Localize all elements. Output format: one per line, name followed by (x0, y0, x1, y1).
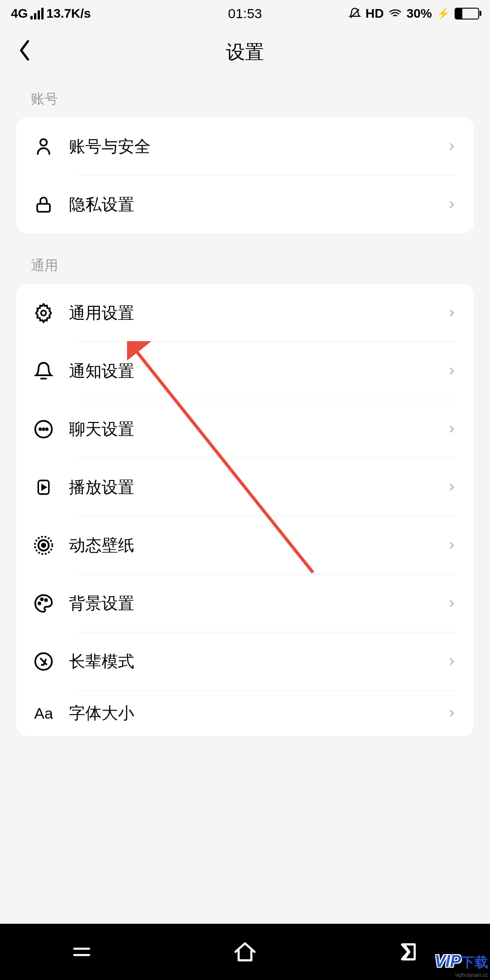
item-label: 通用设置 (69, 302, 446, 324)
signal-icon (30, 8, 44, 20)
item-background[interactable]: 背景设置 (16, 574, 474, 632)
wallpaper-icon (33, 534, 54, 556)
svg-point-6 (46, 428, 48, 430)
chevron-right-icon (446, 597, 457, 610)
lock-icon (33, 194, 54, 216)
item-elder-mode[interactable]: 长辈模式 (16, 632, 474, 691)
chevron-right-icon (446, 655, 457, 668)
nav-back-icon[interactable] (396, 939, 421, 965)
item-playback[interactable]: 播放设置 (16, 458, 474, 516)
item-font-size[interactable]: Aa 字体大小 (16, 691, 474, 736)
header: 设置 (0, 27, 490, 77)
person-icon (33, 136, 54, 157)
status-time: 01:53 (228, 6, 262, 21)
watermark-brand: VIP (435, 952, 461, 971)
status-left: 4G 13.7K/s (11, 6, 91, 21)
item-label: 长辈模式 (69, 651, 446, 673)
item-privacy[interactable]: 隐私设置 (16, 176, 474, 234)
item-chat[interactable]: 聊天设置 (16, 400, 474, 458)
chevron-right-icon (446, 140, 457, 153)
font-icon: Aa (33, 702, 54, 724)
svg-marker-8 (42, 485, 46, 490)
card-general: 通用设置 通知设置 聊天设置 播放设置 动态壁纸 背景设置 (16, 284, 474, 736)
svg-point-11 (42, 544, 45, 547)
item-wallpaper[interactable]: 动态壁纸 (16, 516, 474, 574)
item-label: 通知设置 (69, 360, 446, 382)
accessibility-icon (33, 651, 54, 672)
watermark: VIP下载 viphuiyuan.cc (435, 952, 488, 978)
watermark-url: viphuiyuan.cc (435, 972, 488, 978)
palette-icon (33, 593, 54, 614)
item-label: 播放设置 (69, 476, 446, 499)
svg-point-14 (45, 599, 47, 601)
bell-icon (33, 360, 54, 382)
svg-point-5 (43, 428, 44, 430)
item-notifications[interactable]: 通知设置 (16, 342, 474, 400)
watermark-text: 下载 (461, 955, 488, 970)
item-label: 聊天设置 (69, 418, 446, 441)
svg-point-4 (39, 428, 41, 430)
item-label: 隐私设置 (69, 194, 446, 216)
battery-icon (455, 8, 479, 20)
chevron-right-icon (446, 306, 457, 320)
item-label: 动态壁纸 (69, 534, 446, 557)
mute-icon (348, 7, 361, 20)
status-right: HD 30% ⚡ (348, 6, 480, 21)
item-account-security[interactable]: 账号与安全 (16, 118, 474, 176)
nav-bar (0, 924, 490, 980)
svg-point-13 (41, 598, 43, 600)
network-type: 4G (11, 6, 28, 21)
chat-icon (33, 418, 54, 440)
item-label: 背景设置 (69, 593, 446, 615)
chevron-right-icon (446, 422, 457, 436)
svg-point-12 (39, 603, 40, 604)
back-button[interactable] (16, 39, 33, 65)
page-title: 设置 (226, 39, 264, 65)
card-account: 账号与安全 隐私设置 (16, 118, 474, 234)
wifi-icon (388, 7, 402, 20)
section-header-general: 通用 (0, 234, 490, 284)
chevron-right-icon (446, 706, 457, 720)
chevron-right-icon (446, 198, 457, 211)
chevron-right-icon (446, 480, 457, 494)
status-bar: 4G 13.7K/s 01:53 HD 30% ⚡ (0, 0, 490, 27)
play-icon (33, 476, 54, 498)
item-general-settings[interactable]: 通用设置 (16, 284, 474, 342)
nav-home-icon[interactable] (232, 939, 258, 965)
network-speed: 13.7K/s (46, 6, 91, 21)
svg-rect-1 (37, 204, 50, 212)
chevron-right-icon (446, 539, 457, 552)
svg-point-2 (41, 311, 46, 316)
svg-point-0 (40, 139, 47, 146)
chevron-right-icon (446, 364, 457, 378)
charge-icon: ⚡ (436, 7, 450, 20)
item-label: 字体大小 (69, 702, 446, 725)
nav-menu-icon[interactable] (69, 939, 94, 965)
section-header-account: 账号 (0, 77, 490, 118)
item-label: 账号与安全 (69, 136, 446, 158)
battery-percent: 30% (407, 6, 432, 21)
gear-icon (33, 302, 54, 324)
hd-label: HD (366, 6, 384, 21)
